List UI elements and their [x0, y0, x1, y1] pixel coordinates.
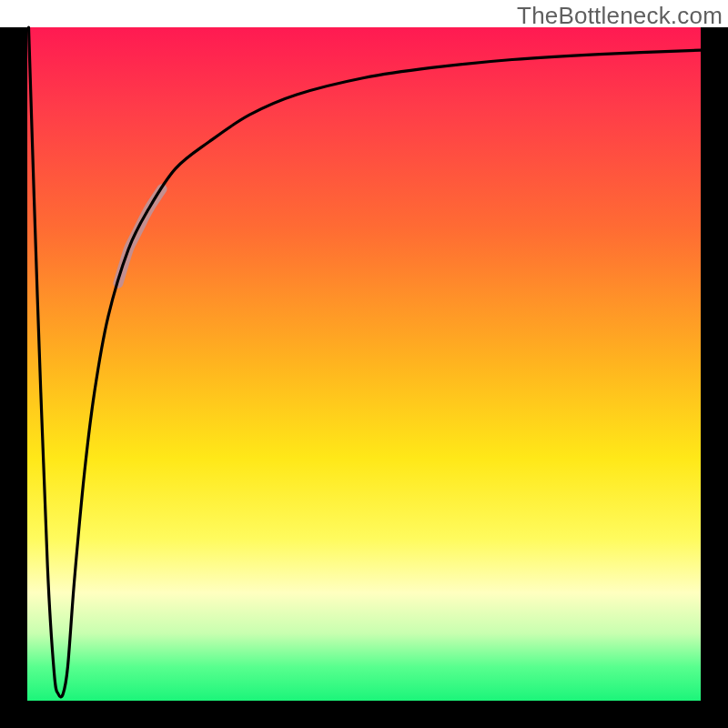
chart-wrapper: TheBottleneck.com [0, 0, 728, 728]
curve-highlight [118, 189, 162, 284]
plot-area [27, 27, 701, 701]
watermark-text: TheBottleneck.com [517, 2, 723, 30]
chart-frame [0, 27, 728, 728]
curve-main [28, 27, 701, 697]
curve-svg [27, 27, 701, 701]
